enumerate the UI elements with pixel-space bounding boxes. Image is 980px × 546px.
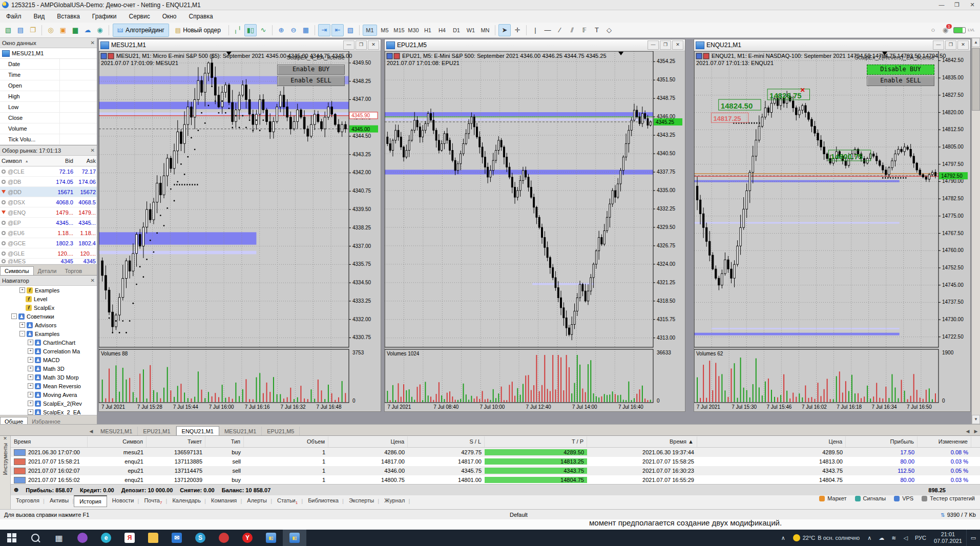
new-chart-icon[interactable]: ▧ [3, 25, 14, 36]
tab-scroll-left-icon[interactable]: ◀ [87, 427, 95, 436]
expand-icon[interactable]: + [28, 409, 33, 415]
maximize-button[interactable]: ❐ [949, 0, 965, 10]
notifications-icon[interactable]: ▭ [966, 530, 980, 546]
taskbar-edge-icon[interactable]: e [94, 530, 118, 546]
toolbox-tab-Торговля[interactable]: Торговля| [11, 495, 45, 506]
expand-icon[interactable]: + [28, 340, 33, 345]
zoom-in-icon[interactable]: ⊕ [276, 25, 287, 36]
column-Тикет-2[interactable]: Тикет [147, 436, 205, 447]
timeframe-D1[interactable]: D1 [450, 25, 463, 35]
market-watch-row[interactable]: @EP4345...4345... [0, 218, 97, 228]
expand-icon[interactable]: + [19, 287, 25, 293]
column-Изменение-11[interactable]: Изменение [918, 436, 971, 447]
button-Сигналы[interactable]: Сигналы [855, 495, 886, 501]
column-Время-0[interactable]: Время [11, 436, 88, 447]
column-Объем-4[interactable]: Объем [244, 436, 328, 447]
text-icon[interactable]: T [591, 25, 602, 36]
expand-icon[interactable]: + [28, 392, 33, 397]
chart-shift-icon[interactable]: ⇤ [331, 24, 344, 36]
market-watch-row[interactable]: @EU61.18...1.18... [0, 228, 97, 238]
history-row[interactable]: 2021.07.07 16:02:07epu21137114475sell143… [11, 466, 980, 475]
close-icon[interactable]: ✕ [0, 436, 10, 441]
bars-icon[interactable]: ╷╵ [232, 25, 243, 36]
toolbox-tab-Календарь[interactable]: Календарь| [167, 495, 206, 506]
expand-icon[interactable]: + [28, 357, 33, 363]
minimize-button[interactable]: — [648, 40, 659, 50]
column-Символ-1[interactable]: Символ [88, 436, 147, 447]
toolbox-tab-Журнал[interactable]: Журнал| [379, 495, 410, 506]
mdi-scrollbar[interactable]: ▲▼ [971, 38, 980, 424]
timeframe-M15[interactable]: M15 [392, 25, 406, 35]
navigator-item-Examples[interactable]: +fExamples [0, 286, 97, 295]
toolbox-tab-Компания[interactable]: Компания| [206, 495, 242, 506]
tray-icon-3[interactable]: ◁ [903, 535, 907, 541]
toolbox-tab-История[interactable]: История [74, 495, 107, 507]
market-watch-row[interactable]: @DD1567115672 [0, 187, 97, 197]
navigator-item-Advisors[interactable]: +♟Advisors [0, 321, 97, 329]
toolbox-tab-Библиотека[interactable]: Библиотека| [303, 495, 344, 506]
chart-window-titlebar[interactable]: MESU21,M1—❐✕ [99, 39, 381, 51]
navigator-item-Examples[interactable]: -♟Examples [0, 329, 97, 338]
history-row[interactable]: 2021.07.07 15:58:21enqu21137113885sell11… [11, 457, 980, 466]
maximize-button[interactable]: ❐ [945, 40, 956, 50]
tray-icon-0[interactable]: ∧ [867, 535, 871, 541]
chart-plot[interactable]: 4349.504348.254347.004345.754344.504343.… [99, 51, 381, 411]
disable-buy-button[interactable]: Disable BUY [867, 65, 934, 75]
market-watch-row[interactable]: @GCE1802.31802.4 [0, 238, 97, 248]
close-icon[interactable]: ✕ [91, 40, 95, 46]
navigator-item-Moving Avera[interactable]: +♟Moving Avera [0, 390, 97, 399]
expand-icon[interactable]: - [11, 313, 17, 319]
toolbox-tab-Эксперты[interactable]: Эксперты| [344, 495, 379, 506]
menu-Окно[interactable]: Окно [156, 11, 183, 22]
navigator-item-ScalpEx[interactable]: fScalpEx [0, 303, 97, 312]
taskbar-app-red-icon[interactable] [212, 530, 236, 546]
column-symbol[interactable]: Символ▲ [0, 158, 49, 164]
timeframe-H4[interactable]: H4 [435, 25, 449, 35]
enable-sell-button[interactable]: Enable SELL [867, 76, 934, 86]
market-watch-row[interactable]: @DB174.05174.06 [0, 177, 97, 187]
chart-tab-EPU21,M5-4[interactable]: EPU21,M5 [262, 427, 300, 436]
scroll-down-icon[interactable]: ▼ [972, 415, 980, 424]
taskbar-mail-icon[interactable]: ✉ [165, 530, 189, 546]
tray-icon-1[interactable]: ☁ [879, 535, 884, 541]
chart-window-titlebar[interactable]: EPU21,M5—❐✕ [385, 39, 685, 51]
close-button[interactable]: ✕ [672, 40, 683, 50]
button-Тестер стратегий[interactable]: Тестер стратегий [922, 495, 975, 501]
history-row[interactable]: 2021.07.07 16:55:02enqu21137120039buy114… [11, 475, 980, 485]
chart-tab-ENQU21,M1-2[interactable]: ENQU21,M1 [176, 426, 219, 436]
close-icon[interactable]: ✕ [91, 278, 95, 283]
expand-icon[interactable]: + [28, 383, 33, 389]
timeframe-M5[interactable]: M5 [378, 25, 391, 35]
signal-icon[interactable]: ◉ [94, 25, 106, 36]
search-icon[interactable]: ○ [927, 25, 939, 36]
status-profile[interactable]: Default [510, 512, 528, 518]
windows-icon[interactable]: ❐ [27, 25, 38, 36]
menu-Вставка[interactable]: Вставка [51, 11, 86, 22]
market-icon[interactable]: ▣ [57, 25, 69, 36]
expand-icon[interactable]: - [19, 331, 25, 337]
column-Время-8[interactable]: Время ▲ [587, 436, 697, 447]
chart-plot[interactable]: 14842.5014835.0014827.5014820.0014812.50… [694, 51, 970, 411]
vline-icon[interactable]: | [530, 25, 541, 36]
navigator-item-Math 3D[interactable]: +♟Math 3D [0, 364, 97, 373]
taskbar-metatrader-1-icon[interactable]: ▮▯ [259, 530, 283, 546]
enable-sell-button[interactable]: Enable SELL [277, 76, 345, 86]
account-icon[interactable]: ◉1 [940, 25, 951, 36]
expand-icon[interactable]: + [28, 401, 33, 406]
enable-buy-button[interactable]: Enable BUY [277, 65, 345, 75]
column-ask[interactable]: Ask [73, 158, 97, 164]
navigator-item-ChartInChart[interactable]: +♟ChartInChart [0, 338, 97, 347]
candles-icon[interactable]: ▮▯ [244, 24, 257, 36]
close-button[interactable]: ✕ [368, 40, 379, 50]
templates-icon[interactable]: ▧ [345, 25, 356, 36]
hline-icon[interactable]: — [542, 25, 553, 36]
taskbar-yandex-browser-icon[interactable]: Y [236, 530, 259, 546]
market-watch-row[interactable]: @DSX4068.04068.5 [0, 197, 97, 207]
timeframe-W1[interactable]: W1 [464, 25, 477, 35]
taskbar-explorer-icon[interactable] [141, 530, 165, 546]
close-button[interactable]: ✕ [957, 40, 969, 50]
minimize-button[interactable]: — [933, 40, 944, 50]
algo-trading-button[interactable]: 🜲Алготрейдинг [113, 24, 169, 37]
taskbar-clock[interactable]: 21:0107.07.2021 [934, 531, 962, 544]
market-watch-row[interactable]: @CLE72.1672.17 [0, 166, 97, 177]
